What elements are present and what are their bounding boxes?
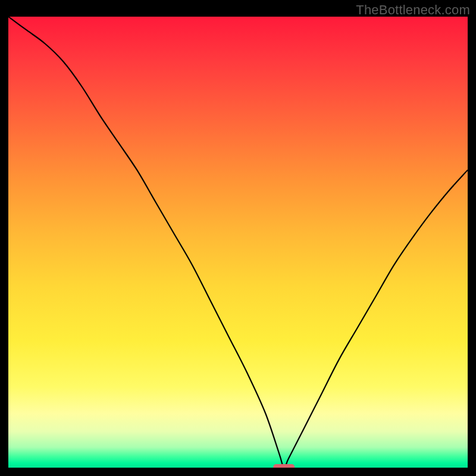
- minimum-marker: [273, 464, 295, 468]
- bottleneck-curve: [8, 17, 468, 468]
- curve-svg: [8, 17, 468, 468]
- watermark-text: TheBottleneck.com: [356, 2, 470, 18]
- bottleneck-chart: TheBottleneck.com: [0, 0, 476, 476]
- plot-area: [8, 17, 468, 468]
